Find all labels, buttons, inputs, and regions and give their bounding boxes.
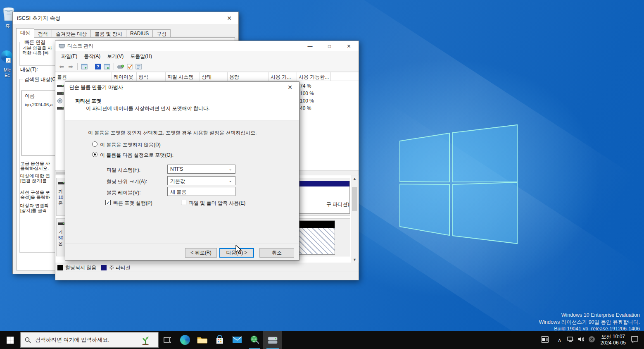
console-tree-icon[interactable] bbox=[81, 63, 88, 70]
col-type[interactable]: 형식 bbox=[137, 72, 166, 81]
iscsi-tabstrip: 대상 검색 즐겨찾는 대상 볼륨 및 장치 RADIUS 구성 bbox=[16, 28, 235, 38]
volume-list-header: 볼륨 레이아웃 형식 파일 시스템 상태 용량 사용 가... 사용 가능한..… bbox=[55, 72, 359, 81]
menu-help[interactable]: 도움말(H) bbox=[127, 52, 155, 61]
taskbar-search-box[interactable]: 검색하려면 여기에 입력하세요. bbox=[20, 332, 159, 348]
radio-format-label[interactable]: 이 볼륨을 다음 설정으로 포맷(O): bbox=[100, 152, 173, 159]
cancel-button[interactable]: 취소 bbox=[259, 248, 294, 258]
properties-icon[interactable] bbox=[135, 63, 143, 70]
col-capacity[interactable]: 용량 bbox=[228, 72, 269, 81]
quick-format-checkbox[interactable]: ✓ bbox=[105, 200, 111, 205]
windows-logo-icon bbox=[7, 337, 14, 344]
cdrom-row-icon bbox=[57, 98, 64, 103]
clock-time: 오전 10:07 bbox=[601, 334, 626, 340]
taskbar-store-button[interactable] bbox=[211, 331, 228, 349]
col-status[interactable]: 상태 bbox=[200, 72, 228, 81]
action-center-icon[interactable] bbox=[629, 336, 640, 344]
filesystem-select[interactable]: NTFS ⌄ bbox=[167, 165, 235, 174]
rescan-icon[interactable] bbox=[117, 63, 124, 70]
edge-desktop-label2: Ec bbox=[5, 73, 10, 78]
col-free[interactable]: 사용 가... bbox=[269, 72, 297, 81]
tab-favorite-targets[interactable]: 즐겨찾는 대상 bbox=[52, 29, 91, 38]
diskmgmt-legend: 할당되지 않음 주 파티션 bbox=[55, 263, 359, 272]
compress-label[interactable]: 파일 및 폴더 압축 사용(E) bbox=[189, 200, 245, 207]
shortcut-arrow-icon: ↗ bbox=[6, 58, 11, 63]
maximize-button[interactable]: □ bbox=[320, 41, 339, 51]
scroll-up-icon[interactable]: ▲ bbox=[351, 175, 358, 182]
diskmgmt-statusbar bbox=[55, 272, 359, 280]
close-button[interactable]: ✕ bbox=[339, 41, 359, 51]
menu-view[interactable]: 보기(V) bbox=[104, 52, 127, 61]
taskbar-clock[interactable]: 오전 10:07 2024-06-05 bbox=[601, 334, 626, 346]
volume-icon[interactable] bbox=[576, 336, 587, 344]
vertical-scrollbar[interactable]: ▲ ▼ bbox=[351, 175, 358, 263]
status-x-icon[interactable] bbox=[587, 336, 597, 344]
tab-targets[interactable]: 대상 bbox=[16, 28, 34, 38]
quick-connect-text2: 력한 다음 [빠 bbox=[22, 50, 49, 56]
iscsi-window-title: iSCSI 초기자 속성 bbox=[17, 14, 60, 22]
volume-caption: 구 파티션) bbox=[326, 201, 349, 208]
col-filesystem[interactable]: 파일 시스템 bbox=[166, 72, 200, 81]
store-icon bbox=[215, 335, 224, 344]
wizard-close-button[interactable]: ✕ bbox=[281, 82, 299, 93]
wizard-titlebar[interactable]: 단순 볼륨 만들기 마법사 ✕ bbox=[65, 82, 299, 93]
disk-a-line1: 기 bbox=[58, 189, 63, 194]
minimize-button[interactable]: — bbox=[300, 41, 320, 51]
col-extra[interactable] bbox=[331, 72, 359, 81]
alloc-unit-select[interactable]: 기본값 ⌄ bbox=[167, 176, 235, 185]
taskbar-edge-button[interactable] bbox=[176, 331, 194, 349]
free-percent-value: 40 % bbox=[300, 105, 311, 111]
start-button[interactable] bbox=[0, 331, 20, 349]
search-placeholder: 검색하려면 여기에 입력하세요. bbox=[35, 336, 109, 344]
quick-format-label[interactable]: 빠른 포맷 실행(P) bbox=[113, 200, 152, 207]
widgets-news-icon[interactable] bbox=[539, 336, 550, 344]
help-icon[interactable]: ? bbox=[94, 63, 102, 70]
diskmgmt-toolbar: ⬅ ➡ ? bbox=[55, 62, 359, 72]
task-view-button[interactable] bbox=[159, 331, 176, 349]
diskmgmt-window-title: 디스크 관리 bbox=[67, 43, 93, 50]
tab-discovery[interactable]: 검색 bbox=[34, 29, 52, 38]
primary-color-swatch bbox=[101, 265, 107, 270]
volume-label-input[interactable]: 새 볼륨 bbox=[167, 187, 235, 196]
taskbar-diskmgmt-button[interactable] bbox=[263, 331, 282, 349]
menu-file[interactable]: 파일(F) bbox=[58, 52, 81, 61]
compress-checkbox[interactable] bbox=[181, 200, 186, 205]
iscsi-titlebar[interactable]: iSCSI 초기자 속성 ✕ bbox=[13, 12, 238, 24]
diskmgmt-taskbar-icon bbox=[267, 335, 278, 344]
tab-radius[interactable]: RADIUS bbox=[126, 29, 153, 38]
chevron-down-icon: ⌄ bbox=[229, 167, 232, 171]
taskbar-explorer-button[interactable] bbox=[194, 331, 211, 349]
forward-icon[interactable]: ➡ bbox=[67, 63, 74, 70]
scroll-down-icon[interactable]: ▼ bbox=[351, 256, 358, 263]
taskbar-iscsi-button[interactable] bbox=[246, 331, 263, 349]
iscsi-close-button[interactable]: ✕ bbox=[220, 12, 238, 24]
tab-volumes-devices[interactable]: 볼륨 및 장치 bbox=[90, 29, 126, 38]
col-volume[interactable]: 볼륨 bbox=[55, 72, 112, 81]
taskbar: 검색하려면 여기에 입력하세요. bbox=[0, 331, 644, 349]
system-tray: ∧ 오전 10:07 2024-06-05 bbox=[539, 331, 644, 349]
search-icon bbox=[25, 337, 31, 343]
radio-format-with-settings[interactable] bbox=[92, 152, 97, 157]
hidden-icons-chevron[interactable]: ∧ bbox=[554, 337, 565, 343]
back-icon[interactable]: ⬅ bbox=[58, 63, 65, 70]
col-layout[interactable]: 레이아웃 bbox=[112, 72, 137, 81]
menu-action[interactable]: 동작(A) bbox=[81, 52, 104, 61]
filesystem-label: 파일 시스템(F): bbox=[107, 167, 140, 174]
wizard-header: 파티션 포맷 이 파티션에 데이터를 저장하려면 먼저 포맷해야 합니다. bbox=[65, 93, 299, 120]
back-button[interactable]: < 뒤로(B) bbox=[185, 248, 217, 258]
check-icon[interactable] bbox=[126, 63, 133, 70]
targets-list-item[interactable]: iqn,2024-06,a bbox=[25, 102, 52, 108]
disk-a-line2: 10 bbox=[58, 195, 63, 200]
show-hide-icon[interactable] bbox=[103, 63, 111, 70]
col-free-percent[interactable]: 사용 가능한... bbox=[297, 72, 331, 81]
taskbar-mail-button[interactable] bbox=[228, 331, 246, 349]
volume-label-value: 새 볼륨 bbox=[170, 189, 186, 195]
note-text: [연결 끊기]를 bbox=[20, 178, 47, 184]
network-icon[interactable] bbox=[565, 336, 576, 344]
free-percent-value: 74 % bbox=[300, 83, 311, 89]
search-highlight-sprout-icon[interactable] bbox=[140, 334, 151, 347]
diskmgmt-titlebar[interactable]: 디스크 관리 — □ ✕ bbox=[55, 41, 359, 51]
diskmgmt-menubar: 파일(F) 동작(A) 보기(V) 도움말(H) bbox=[55, 51, 359, 62]
tab-configuration[interactable]: 구성 bbox=[152, 29, 171, 38]
radio-no-format[interactable] bbox=[92, 141, 97, 147]
radio-no-format-label[interactable]: 이 볼륨을 포맷하지 않음(D) bbox=[100, 141, 161, 148]
